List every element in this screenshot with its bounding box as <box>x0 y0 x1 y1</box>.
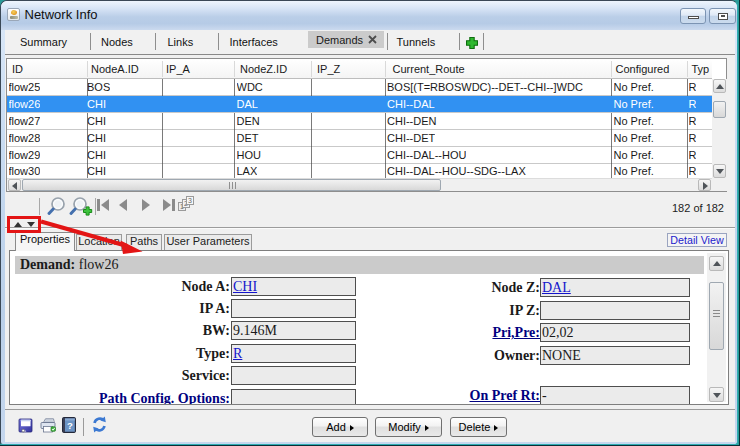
svg-text:?: ? <box>67 420 73 431</box>
